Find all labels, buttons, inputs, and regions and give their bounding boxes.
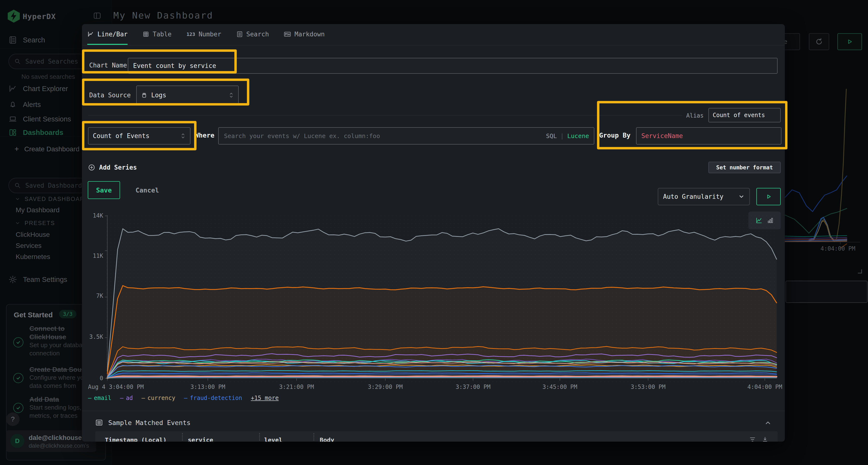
user-subtitle: dale@clickhouse.com's [29,442,93,449]
legend-item-ad[interactable]: — ad [120,395,133,401]
section-divider [88,115,682,115]
alias-label: Alias [686,112,704,119]
tab-search[interactable]: Search [236,25,269,45]
group-by-input[interactable] [636,127,781,144]
sidebar-collapse-icon[interactable] [93,11,101,20]
legend-label: fraud-detection [190,395,242,401]
refresh-button[interactable] [809,33,829,50]
list-icon [95,419,103,427]
sidebar-item-my-dashboard[interactable]: My Dashboard [16,206,60,214]
background-chart-canvas [785,79,868,248]
section-divider [82,411,785,411]
cancel-button[interactable]: Cancel [135,187,159,194]
get-started-badge: 3/3 [59,310,76,318]
sidebar-item-label: Dashboards [23,129,63,137]
tab-label: Search [246,31,269,38]
sidebar-item-alerts[interactable]: Alerts [8,100,41,109]
data-source-select[interactable]: Logs [136,86,239,105]
check-icon [13,373,23,383]
column-separator [259,433,260,440]
main-chart[interactable] [105,214,778,383]
column-header-body[interactable]: Body [320,437,334,442]
chart-legend: — email — ad — currency — fraud-detectio… [88,395,279,401]
where-search-input[interactable]: SQL | Lucene [218,127,594,144]
tab-label: Line/Bar [97,31,128,38]
collapse-chevron-icon[interactable] [764,419,772,427]
legend-item-currency[interactable]: — currency [142,395,175,401]
line-chart-icon [8,84,17,93]
legend-more-link[interactable]: +15 more [251,395,279,401]
sidebar-item-client-sessions[interactable]: Client Sessions [8,115,71,123]
sql-toggle[interactable]: SQL [546,133,557,139]
legend-item-fraud-detection[interactable]: — fraud-detection [184,395,242,401]
column-header-timestamp[interactable]: Timestamp (Local) [105,437,166,442]
sample-events-header[interactable]: Sample Matched Events [95,419,190,427]
aggregation-select[interactable]: Count of Events [88,127,190,144]
run-query-button[interactable] [756,188,781,205]
presets-group[interactable]: PRESETS [15,220,55,227]
chart-name-input[interactable] [128,58,778,74]
sidebar-item-clickhouse[interactable]: ClickHouse [16,231,50,238]
tab-line-bar[interactable]: Line/Bar [87,25,128,45]
tab-markdown[interactable]: Markdown [284,25,324,45]
x-axis-label: 3:37:00 PM [456,384,491,390]
sidebar-item-chart-explorer[interactable]: Chart Explorer [8,84,68,93]
search-icon [14,182,21,189]
search-doc-icon [236,31,243,38]
dashboards-grid-icon [8,128,17,137]
download-icon[interactable] [762,436,768,442]
dashboard-play-button[interactable] [837,33,862,50]
tab-table[interactable]: Table [143,25,172,45]
save-button[interactable]: Save [88,181,120,199]
sidebar-item-label: Alerts [23,101,41,109]
aggregation-value: Count of Events [93,132,177,139]
help-button[interactable]: ? [6,412,20,426]
events-table-header: Timestamp (Local) service level Body [95,431,778,442]
search-doc-icon [8,36,17,44]
saved-dashboards-field[interactable] [25,182,82,189]
granularity-select[interactable]: Auto Granularity [658,188,750,205]
chevron-down-icon [15,196,20,202]
set-number-format-button[interactable]: Set number format [708,162,781,173]
circle-plus-icon [88,164,95,171]
gear-icon [8,275,17,284]
number-123-icon: 123 [187,31,195,37]
add-series-label: Add Series [99,164,137,171]
sidebar-item-search[interactable]: Search [8,36,45,44]
sample-events-title: Sample Matched Events [108,419,190,427]
chart-name-label: Chart Name [89,62,127,69]
legend-dash: — [184,395,187,401]
resize-corner-icon[interactable] [858,269,862,273]
granularity-value: Auto Granularity [663,193,735,200]
sidebar-item-kubernetes[interactable]: Kubernetes [16,253,50,261]
sidebar-item-label: Chart Explorer [23,85,68,93]
background-input[interactable] [785,281,868,303]
legend-dash: — [142,395,145,401]
saved-searches-field[interactable] [25,58,82,65]
check-icon [13,337,23,347]
sidebar-item-dashboards[interactable]: Dashboards [8,128,63,137]
sidebar-item-team-settings[interactable]: Team Settings [8,275,67,284]
tab-number[interactable]: 123 Number [187,25,221,45]
column-header-service[interactable]: service [188,437,213,442]
saved-dashboards-input[interactable] [8,178,88,193]
alias-field[interactable] [712,111,777,119]
legend-item-email[interactable]: — email [88,395,112,401]
tab-label: Markdown [294,31,324,38]
alias-input[interactable] [708,108,781,122]
where-search-field[interactable] [223,132,542,140]
column-header-level[interactable]: level [264,437,282,442]
chart-name-field[interactable] [133,62,773,70]
lucene-toggle[interactable]: Lucene [567,133,589,139]
saved-searches-input[interactable] [8,54,88,69]
legend-label: +15 more [251,395,279,401]
add-series-button[interactable]: Add Series [88,164,137,171]
create-dashboard-button[interactable]: + Create Dashboard [14,144,80,154]
filter-icon[interactable] [749,436,756,442]
sidebar-item-services[interactable]: Services [16,242,41,250]
group-label: PRESETS [25,220,55,227]
background-chart-time-label: 4:04:00 PM [820,245,856,252]
hyperdx-logo-icon [8,10,20,24]
y-axis-label: 0 [86,375,103,381]
group-by-field[interactable] [641,132,777,140]
